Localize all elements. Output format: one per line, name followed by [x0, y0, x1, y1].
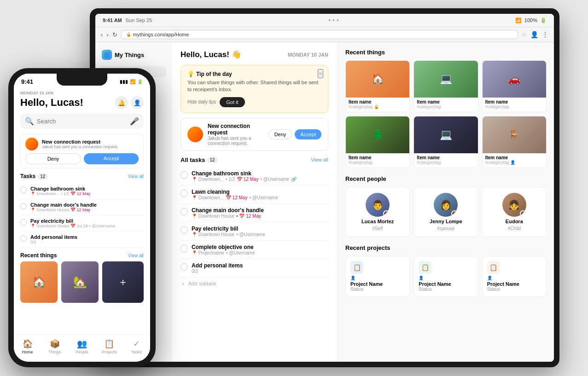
project-name: Project Name: [350, 281, 405, 287]
task-checkbox[interactable]: [180, 226, 188, 234]
thing-tag: #categorytag 👤: [485, 160, 543, 165]
phone-tasks-title: Tasks 12: [20, 173, 48, 179]
got-it-button[interactable]: Got it: [220, 97, 245, 107]
main-date: MONDAY 10 JAN: [288, 52, 328, 58]
phone-nav-people[interactable]: 👥 People: [68, 339, 95, 354]
recent-things-grid: 🏠 Item name #categorytag 🔒 💻 Item name #…: [345, 60, 547, 168]
thing-card[interactable]: 🏠 Item name #categorytag 🔒: [345, 60, 410, 112]
phone-task-meta: 0/2: [30, 240, 144, 244]
thing-card[interactable]: 💻 Item name #categorytag: [413, 60, 478, 112]
battery-icon: 🔋: [137, 79, 143, 84]
task-item: Add personal items 0/2: [180, 259, 328, 278]
thing-image: 🌲: [346, 116, 409, 153]
project-icon: 📋: [350, 261, 363, 274]
task-item: Pay electricity bill 📍 Downtown House • …: [180, 222, 328, 241]
tasks-view-all[interactable]: View all: [311, 157, 328, 162]
phone-task-checkbox[interactable]: [20, 203, 27, 209]
hide-daily-tips-button[interactable]: Hide daily tips: [187, 99, 216, 104]
phone-date: MONDAY 10 JAN: [20, 91, 144, 95]
phone-thing-card[interactable]: 🏡: [61, 261, 99, 303]
browser-refresh-button[interactable]: ↻: [112, 31, 117, 38]
task-info: Change bathroom sink 📍 Downtown... • 1/2…: [192, 170, 328, 182]
person-name: Lucas Mortez: [361, 219, 394, 224]
phone-deny-button[interactable]: Deny: [25, 153, 81, 164]
thing-card[interactable]: 🚗 Item name #categorytag: [482, 60, 547, 112]
task-checkbox[interactable]: [180, 171, 188, 179]
task-checkbox[interactable]: [180, 245, 188, 252]
project-icon: 📋: [487, 261, 500, 274]
tasks-count-badge: 12: [207, 157, 217, 163]
phone-accept-button[interactable]: Accept: [84, 153, 139, 164]
task-date: 📅 12 May: [70, 191, 90, 196]
person-tag: #spouse: [437, 226, 455, 231]
phone-task-checkbox[interactable]: [20, 219, 27, 226]
task-progress: 0/2: [192, 269, 198, 274]
task-meta: 📍 Projectname • @Username: [192, 250, 328, 255]
thing-image: 🚗: [483, 61, 546, 98]
task-date: 📅 12 May: [70, 208, 90, 212]
tablet-time: 9:41 AM: [103, 17, 122, 23]
browser-url-bar[interactable]: 🔒 mythings.com/app/Home: [121, 30, 518, 39]
task-location: 📍 Downtown House: [30, 208, 69, 212]
phone-bottom-nav: 🏠 Home 📦 Things 👥 People 📋 Projects ✓: [14, 335, 150, 362]
person-card[interactable]: 👨 📍 Lucas Mortez #Self: [345, 187, 410, 237]
project-card[interactable]: 📋 👤 Project Name Status: [413, 256, 478, 297]
phone-connection-card: New connection request Jakub has sent yo…: [20, 133, 144, 168]
task-progress: 0/2: [30, 240, 36, 244]
thing-card[interactable]: 🌲 Item name #categorytag: [345, 116, 410, 168]
phone-task-checkbox[interactable]: [20, 187, 27, 193]
phone-thing-card[interactable]: 🏠: [20, 261, 58, 303]
bookmark-icon[interactable]: ☆: [522, 31, 527, 38]
task-user: • @Username: [249, 195, 278, 200]
phone-recent-things-view-all[interactable]: View all: [128, 253, 144, 258]
phone-nav-projects[interactable]: 📋 Projects: [96, 339, 123, 354]
thing-tag: #categorytag: [485, 104, 543, 109]
task-info: Add personal items 0/2: [192, 262, 328, 274]
person-card[interactable]: 👧 📍 Eudora #Child: [482, 187, 547, 237]
task-checkbox[interactable]: [180, 263, 188, 271]
person-card[interactable]: 👩 📍 Jenny Lompe #spouse: [413, 187, 478, 237]
task-location: 📍 Downtown House: [192, 232, 234, 237]
phone-nav-tasks[interactable]: ✓ Tasks: [123, 339, 150, 354]
phone-search-input[interactable]: [37, 118, 127, 125]
mic-icon[interactable]: 🎤: [130, 117, 139, 126]
phone-nav-things[interactable]: 📦 Things: [41, 339, 68, 354]
phone-task-name: Add personal items: [30, 234, 144, 240]
task-checkbox[interactable]: [180, 208, 188, 215]
phone-tasks-view-all[interactable]: View all: [128, 174, 144, 179]
accept-button[interactable]: Accept: [295, 129, 321, 139]
phone-connection-avatar: [25, 138, 38, 150]
phone-task-checkbox[interactable]: [20, 235, 27, 242]
connection-avatar: [187, 127, 203, 142]
project-card[interactable]: 📋 👤 Project Name Status: [345, 256, 410, 297]
tip-card-close-button[interactable]: ×: [318, 69, 323, 78]
person-avatar: 👧 📍: [502, 193, 526, 217]
task-info: Pay electricity bill 📍 Downtown House • …: [192, 226, 328, 237]
avatar-icon[interactable]: 👤: [131, 96, 144, 109]
tip-card-body: You can share things with other. Shared …: [187, 79, 321, 93]
add-subtask-button[interactable]: ＋ Add subtask: [180, 278, 328, 290]
thing-card[interactable]: 💻 Item name #categorytag: [413, 116, 478, 168]
recent-people-title: Recent people: [345, 175, 547, 182]
browser-url-text: mythings.com/app/Home: [133, 32, 189, 37]
brand-name: My Things: [115, 52, 144, 58]
person-avatar: 👨 📍: [366, 193, 390, 217]
thing-tag: #categorytag: [417, 104, 475, 109]
browser-forward-button[interactable]: ›: [106, 31, 108, 38]
phone-add-thing-button[interactable]: ＋: [102, 261, 144, 303]
deny-button[interactable]: Deny: [268, 129, 292, 139]
task-checkbox[interactable]: [180, 190, 188, 197]
browser-back-button[interactable]: ‹: [101, 31, 103, 38]
notification-icon[interactable]: 🔔: [115, 96, 128, 109]
phone-recent-things-header: Recent things View all: [20, 252, 144, 259]
menu-icon[interactable]: ⋮: [542, 31, 548, 38]
project-card[interactable]: 📋 👤 Project Name Status: [482, 256, 547, 297]
phone-task-info: Add personal items 0/2: [30, 234, 144, 244]
tasks-section-header: All tasks 12 View all: [180, 156, 328, 163]
phone-tasks-badge: 12: [37, 174, 48, 179]
battery-icon: 🔋: [540, 17, 547, 23]
phone-nav-home[interactable]: 🏠 Home: [14, 339, 41, 354]
thing-card[interactable]: 🪑 Item name #categorytag 👤: [482, 116, 547, 168]
add-icon: ＋: [118, 275, 128, 289]
tablet-topbar: 9:41 AM Sun Sep 25 • • • 📶 100% 🔋: [95, 14, 554, 27]
